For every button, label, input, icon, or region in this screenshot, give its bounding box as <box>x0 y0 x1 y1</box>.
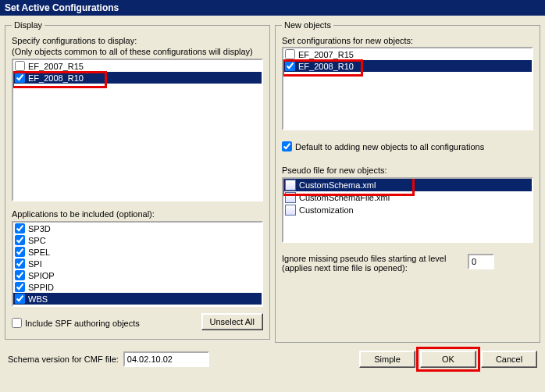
default-add-row[interactable]: Default to adding new objects to all con… <box>282 141 533 151</box>
apps-list[interactable]: SP3D SPC SPEL SPI SPIOP SPPID WBS <box>12 221 263 307</box>
document-icon <box>285 205 296 216</box>
window-titlebar: Set Active Configurations <box>0 0 545 16</box>
pseudo-file-label: Pseudo file for new objects: <box>282 166 533 175</box>
include-spf-label: Include SPF authoring objects <box>25 319 140 328</box>
window-title: Set Active Configurations <box>5 2 119 13</box>
newobj-config-text: EF_2008_R10 <box>297 62 354 71</box>
specify-config-label: Specify configurations to display: <box>12 36 263 45</box>
new-objects-legend: New objects <box>282 20 333 30</box>
pseudo-file-item[interactable]: Customization <box>283 204 532 216</box>
newobj-config-checkbox[interactable] <box>285 61 295 71</box>
app-item[interactable]: SPEL <box>13 246 262 258</box>
app-text: SPI <box>27 259 43 269</box>
document-icon <box>285 192 296 203</box>
only-common-label: (Only objects common to all of these con… <box>12 47 263 56</box>
pseudo-file-list[interactable]: CustomSchema.xml CustomSchemaFile.xml Cu… <box>282 177 533 243</box>
app-checkbox[interactable] <box>15 294 25 304</box>
ignore-label: Ignore missing pseudo files starting at … <box>282 254 461 273</box>
app-item[interactable]: SPIOP <box>13 269 262 281</box>
include-spf-checkbox[interactable] <box>12 318 22 328</box>
display-group: Display Specify configurations to displa… <box>5 20 270 340</box>
app-text: WBS <box>27 294 48 304</box>
app-item[interactable]: SP3D <box>13 223 262 234</box>
newobj-config-item[interactable]: EF_2008_R10 <box>283 60 532 72</box>
app-checkbox[interactable] <box>15 223 25 233</box>
ignore-level-input[interactable] <box>468 254 494 269</box>
display-config-item[interactable]: EF_2007_R15 <box>13 60 262 72</box>
app-checkbox[interactable] <box>15 247 25 257</box>
new-objects-group: New objects Set configurations for new o… <box>275 20 540 343</box>
app-text: SPEL <box>27 248 51 257</box>
app-text: SPPID <box>27 283 55 292</box>
app-text: SPC <box>27 236 47 245</box>
pseudo-file-item[interactable]: CustomSchemaFile.xml <box>283 191 532 204</box>
app-item[interactable]: SPI <box>13 258 262 269</box>
default-add-label: Default to adding new objects to all con… <box>295 142 484 151</box>
pseudo-file-text: CustomSchemaFile.xml <box>298 193 390 202</box>
display-legend: Display <box>12 20 45 30</box>
schema-version-input[interactable] <box>123 351 209 367</box>
pseudo-file-text: CustomSchema.xml <box>298 180 376 190</box>
app-item[interactable]: SPC <box>13 234 262 246</box>
display-config-checkbox[interactable] <box>15 61 25 71</box>
app-checkbox[interactable] <box>15 258 25 269</box>
app-checkbox[interactable] <box>15 270 25 280</box>
display-config-list[interactable]: EF_2007_R15 EF_2008_R10 <box>12 59 263 201</box>
pseudo-file-text: Customization <box>298 205 354 215</box>
app-item[interactable]: SPPID <box>13 281 262 293</box>
app-checkbox[interactable] <box>15 282 25 292</box>
newobj-config-item[interactable]: EF_2007_R15 <box>283 48 532 60</box>
apps-label: Applications to be included (optional): <box>12 209 263 219</box>
set-config-label: Set configurations for new objects: <box>282 36 533 45</box>
ok-button[interactable]: OK <box>420 351 476 368</box>
display-config-checkbox[interactable] <box>15 73 25 83</box>
app-text: SP3D <box>27 224 52 233</box>
pseudo-file-item[interactable]: CustomSchema.xml <box>283 179 532 191</box>
schema-version-label: Schema version for CMF file: <box>8 355 119 364</box>
display-config-item[interactable]: EF_2008_R10 <box>13 72 262 84</box>
unselect-all-button[interactable]: Unselect All <box>201 313 263 330</box>
simple-button[interactable]: Simple <box>359 351 415 368</box>
display-config-text: EF_2007_R15 <box>27 62 84 71</box>
newobj-config-checkbox[interactable] <box>285 49 295 59</box>
newobj-config-list[interactable]: EF_2007_R15 EF_2008_R10 <box>282 47 533 130</box>
app-item[interactable]: WBS <box>13 293 262 305</box>
app-checkbox[interactable] <box>15 235 25 245</box>
app-text: SPIOP <box>27 271 55 280</box>
default-add-checkbox[interactable] <box>282 141 292 151</box>
document-icon <box>285 180 296 191</box>
include-spf-row[interactable]: Include SPF authoring objects <box>12 318 140 328</box>
cancel-button[interactable]: Cancel <box>481 351 537 368</box>
newobj-config-text: EF_2007_R15 <box>297 50 354 59</box>
display-config-text: EF_2008_R10 <box>27 73 84 83</box>
